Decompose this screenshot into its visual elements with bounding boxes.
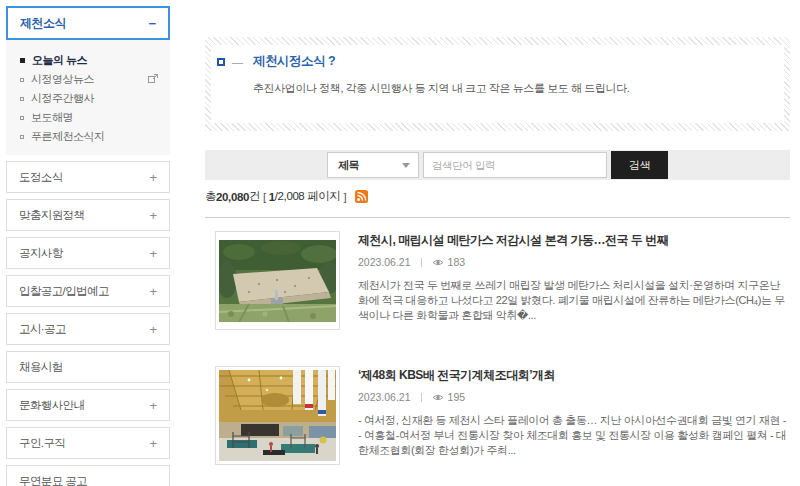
sidebar-section-province-news[interactable]: 도정소식 + [6,161,170,193]
submenu-item-weekly-events[interactable]: 시정주간행사 [20,89,158,108]
sidebar-section-label: 제천소식 [20,15,66,32]
submenu-item-label: 푸른제천소식지 [31,129,105,144]
news-summary: - 여서정, 신재환 등 제천시 스타 플레이어 총 출동… 지난 아시아선수권… [358,413,790,458]
intro-description: 추진사업이나 정책, 각종 시민행사 등 지역 내 크고 작은 뉴스를 보도 해… [253,81,774,96]
news-list-item: 제천시, 매립시설 메탄가스 저감시설 본격 가동…전국 두 번째 2023.0… [205,231,790,330]
sidebar-section-label: 문화행사안내 [19,398,84,413]
sidebar: 제천소식 − 오늘의 뉴스 시정영상뉴스 시정주간행사 보도해명 [6,6,170,486]
gymnasium-image [219,370,336,461]
news-date: 2023.06.21 [358,256,411,268]
external-link-icon [148,74,158,86]
sidebar-section-jecheon-news[interactable]: 제천소식 − [6,6,170,40]
search-bar: 제목 검색 [205,150,790,180]
list-top-divider [205,217,790,218]
expand-plus-icon[interactable]: + [149,246,157,261]
sidebar-section-cultural-events[interactable]: 문화행사안내 + [6,389,170,421]
sidebar-section-label: 채용시험 [19,360,63,375]
sidebar-section-support-policy[interactable]: 맞춤지원정책 + [6,199,170,231]
rss-icon[interactable] [355,190,368,203]
intro-title: 제천시정소식 ? [253,53,335,70]
sidebar-section-official-announcements[interactable]: 고시·공고 + [6,313,170,345]
sidebar-section-label: 공지사항 [19,246,63,261]
result-total-count: 20,080 [216,191,249,203]
expand-plus-icon[interactable]: + [149,208,157,223]
submenu-item-label: 시정영상뉴스 [31,72,94,87]
square-bullet-icon [20,97,24,101]
intro-title-row: — 제천시정소식 ? [217,53,774,70]
submenu-item-video-news[interactable]: 시정영상뉴스 [20,70,158,89]
news-list: 제천시, 매립시설 메탄가스 저감시설 본격 가동…전국 두 번째 2023.0… [205,231,790,486]
news-body: 제천시, 매립시설 메탄가스 저감시설 본격 가동…전국 두 번째 2023.0… [358,231,790,330]
news-list-item: ‘제48회 KBS배 전국기계체조대회’개최 2023.06.21 195 - [205,366,790,465]
submenu-item-green-jecheon-newsletter[interactable]: 푸른제천소식지 [20,127,158,146]
news-body: ‘제48회 KBS배 전국기계체조대회’개최 2023.06.21 195 - [358,366,790,465]
expand-plus-icon[interactable]: + [149,436,157,451]
intro-box-inner: — 제천시정소식 ? 추진사업이나 정책, 각종 시민행사 등 지역 내 크고 … [211,45,784,123]
bracket: ] [343,191,346,203]
page-total-text: /2,008 페이지 [275,189,341,204]
news-date: 2023.06.21 [358,391,411,403]
result-prefix: 총 [205,189,216,204]
submenu-item-press-clarification[interactable]: 보도해명 [20,108,158,127]
news-thumbnail-landfill[interactable] [215,231,340,330]
sidebar-section-label: 고시·공고 [19,322,66,337]
search-input[interactable] [423,152,607,178]
meta-divider [421,258,422,267]
sidebar-section-label: 맞춤지원정책 [19,208,84,223]
view-count-value: 195 [448,391,466,403]
square-bullet-icon [20,58,25,63]
submenu-item-label: 오늘의 뉴스 [32,53,87,68]
sidebar-section-label: 입찰공고/입법예고 [19,284,109,299]
submenu-item-label: 보도해명 [31,110,73,125]
sidebar-section-recruitment-exams[interactable]: 채용시험 [6,351,170,383]
sidebar-section-label: 도정소식 [19,170,63,185]
news-thumbnail-gymnasium[interactable] [215,366,340,465]
news-meta: 2023.06.21 183 [358,256,790,268]
news-title-link[interactable]: 제천시, 매립시설 메탄가스 저감시설 본격 가동…전국 두 번째 [358,232,790,249]
news-summary: 제천시가 전국 두 번째로 쓰레기 매립장 발생 메탄가스 처리시설을 설치·운… [358,278,790,323]
submenu-item-label: 시정주간행사 [31,91,94,106]
search-field-select[interactable]: 제목 [327,152,419,178]
landfill-aerial-image [219,240,336,322]
bracket: [ [263,191,266,203]
chevron-down-icon [402,163,410,168]
view-count-value: 183 [448,256,466,268]
collapse-minus-icon[interactable]: − [148,16,156,31]
intro-box: — 제천시정소식 ? 추진사업이나 정책, 각종 시민행사 등 지역 내 크고 … [205,37,790,131]
sidebar-section-label: 구인.구직 [19,436,65,451]
sidebar-section-bids-legislation[interactable]: 입찰공고/입법예고 + [6,275,170,307]
search-field-selected-value: 제목 [338,158,359,173]
news-meta: 2023.06.21 195 [358,391,790,403]
sidebar-section-job-offers[interactable]: 구인.구직 + [6,427,170,459]
sidebar-section-unclaimed-graves[interactable]: 무연분묘 공고 [6,465,170,486]
result-count-bar: 총 20,080 건 [ 1 /2,008 페이지 ] [205,189,368,204]
sidebar-section-label: 무연분묘 공고 [19,474,87,486]
eye-icon [432,393,444,402]
square-marker-icon [217,58,225,66]
sidebar-section-notices[interactable]: 공지사항 + [6,237,170,269]
search-button[interactable]: 검색 [611,151,668,179]
expand-plus-icon[interactable]: + [149,284,157,299]
result-unit: 건 [249,189,260,204]
page: 제천소식 − 오늘의 뉴스 시정영상뉴스 시정주간행사 보도해명 [0,0,800,486]
expand-plus-icon[interactable]: + [149,398,157,413]
expand-plus-icon[interactable]: + [149,322,157,337]
square-bullet-icon [20,116,24,120]
sidebar-submenu: 오늘의 뉴스 시정영상뉴스 시정주간행사 보도해명 푸른제천소식지 [6,40,170,155]
expand-plus-icon[interactable]: + [149,170,157,185]
square-bullet-icon [20,78,24,82]
submenu-item-todays-news[interactable]: 오늘의 뉴스 [20,51,158,70]
eye-icon [432,258,444,267]
meta-divider [421,393,422,402]
view-count: 195 [432,391,466,403]
news-title-link[interactable]: ‘제48회 KBS배 전국기계체조대회’개최 [358,367,790,384]
view-count: 183 [432,256,466,268]
square-bullet-icon [20,135,24,139]
dash-decoration: — [232,56,243,68]
